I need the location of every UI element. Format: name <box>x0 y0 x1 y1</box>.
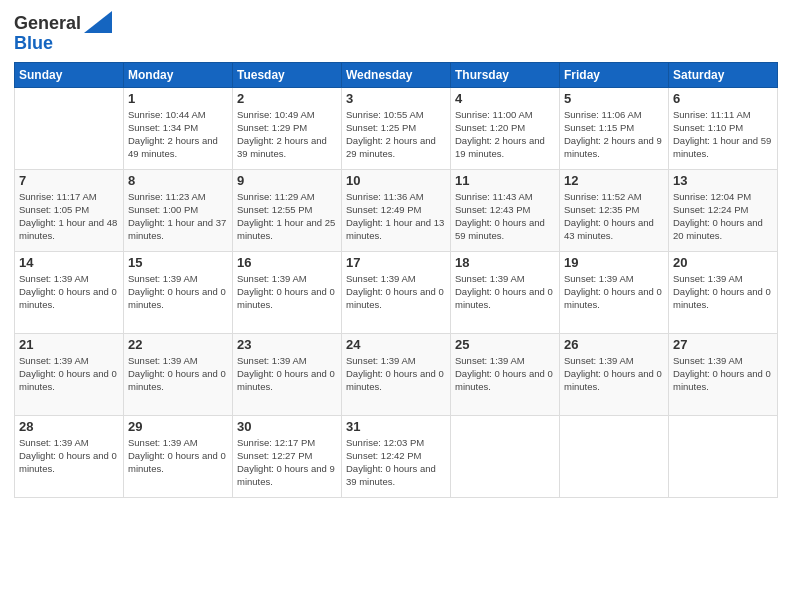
day-number: 1 <box>128 91 228 106</box>
day-number: 30 <box>237 419 337 434</box>
day-number: 9 <box>237 173 337 188</box>
calendar-cell: 9Sunrise: 11:29 AM Sunset: 12:55 PM Dayl… <box>233 169 342 251</box>
col-header-tuesday: Tuesday <box>233 62 342 87</box>
calendar-cell: 31Sunrise: 12:03 PM Sunset: 12:42 PM Day… <box>342 415 451 497</box>
day-info: Sunrise: 11:06 AM Sunset: 1:15 PM Daylig… <box>564 108 664 161</box>
day-number: 25 <box>455 337 555 352</box>
calendar-cell: 8Sunrise: 11:23 AM Sunset: 1:00 PM Dayli… <box>124 169 233 251</box>
day-info: Sunset: 1:39 AM Daylight: 0 hours and 0 … <box>237 354 337 394</box>
day-number: 10 <box>346 173 446 188</box>
day-number: 2 <box>237 91 337 106</box>
calendar-header-row: SundayMondayTuesdayWednesdayThursdayFrid… <box>15 62 778 87</box>
day-info: Sunset: 1:39 AM Daylight: 0 hours and 0 … <box>19 354 119 394</box>
day-info: Sunset: 1:39 AM Daylight: 0 hours and 0 … <box>19 436 119 476</box>
calendar-cell: 2Sunrise: 10:49 AM Sunset: 1:29 PM Dayli… <box>233 87 342 169</box>
day-info: Sunrise: 11:17 AM Sunset: 1:05 PM Daylig… <box>19 190 119 243</box>
logo-text-line2: Blue <box>14 33 53 53</box>
day-number: 12 <box>564 173 664 188</box>
calendar-cell: 22Sunset: 1:39 AM Daylight: 0 hours and … <box>124 333 233 415</box>
svg-marker-0 <box>84 11 112 33</box>
calendar-week-2: 14Sunset: 1:39 AM Daylight: 0 hours and … <box>15 251 778 333</box>
calendar-cell: 4Sunrise: 11:00 AM Sunset: 1:20 PM Dayli… <box>451 87 560 169</box>
calendar-cell: 15Sunset: 1:39 AM Daylight: 0 hours and … <box>124 251 233 333</box>
day-info: Sunrise: 11:52 AM Sunset: 12:35 PM Dayli… <box>564 190 664 243</box>
day-number: 21 <box>19 337 119 352</box>
day-number: 19 <box>564 255 664 270</box>
calendar-cell: 17Sunset: 1:39 AM Daylight: 0 hours and … <box>342 251 451 333</box>
day-info: Sunset: 1:39 AM Daylight: 0 hours and 0 … <box>564 354 664 394</box>
day-info: Sunset: 1:39 AM Daylight: 0 hours and 0 … <box>673 272 773 312</box>
col-header-thursday: Thursday <box>451 62 560 87</box>
calendar-cell: 1Sunrise: 10:44 AM Sunset: 1:34 PM Dayli… <box>124 87 233 169</box>
calendar-cell: 27Sunset: 1:39 AM Daylight: 0 hours and … <box>669 333 778 415</box>
calendar-cell: 14Sunset: 1:39 AM Daylight: 0 hours and … <box>15 251 124 333</box>
col-header-saturday: Saturday <box>669 62 778 87</box>
day-number: 14 <box>19 255 119 270</box>
day-info: Sunset: 1:39 AM Daylight: 0 hours and 0 … <box>564 272 664 312</box>
calendar-week-1: 7Sunrise: 11:17 AM Sunset: 1:05 PM Dayli… <box>15 169 778 251</box>
day-number: 24 <box>346 337 446 352</box>
day-info: Sunrise: 12:04 PM Sunset: 12:24 PM Dayli… <box>673 190 773 243</box>
calendar-cell: 24Sunset: 1:39 AM Daylight: 0 hours and … <box>342 333 451 415</box>
day-info: Sunrise: 11:43 AM Sunset: 12:43 PM Dayli… <box>455 190 555 243</box>
day-number: 8 <box>128 173 228 188</box>
day-info: Sunset: 1:39 AM Daylight: 0 hours and 0 … <box>19 272 119 312</box>
day-info: Sunrise: 11:11 AM Sunset: 1:10 PM Daylig… <box>673 108 773 161</box>
day-info: Sunset: 1:39 AM Daylight: 0 hours and 0 … <box>455 272 555 312</box>
day-info: Sunset: 1:39 AM Daylight: 0 hours and 0 … <box>346 354 446 394</box>
calendar-week-3: 21Sunset: 1:39 AM Daylight: 0 hours and … <box>15 333 778 415</box>
day-number: 29 <box>128 419 228 434</box>
day-number: 28 <box>19 419 119 434</box>
day-number: 15 <box>128 255 228 270</box>
col-header-friday: Friday <box>560 62 669 87</box>
day-info: Sunrise: 12:03 PM Sunset: 12:42 PM Dayli… <box>346 436 446 489</box>
logo-text-line1: General <box>14 14 81 34</box>
day-number: 7 <box>19 173 119 188</box>
day-number: 20 <box>673 255 773 270</box>
day-info: Sunrise: 10:55 AM Sunset: 1:25 PM Daylig… <box>346 108 446 161</box>
logo-icon <box>84 11 112 33</box>
day-info: Sunset: 1:39 AM Daylight: 0 hours and 0 … <box>128 354 228 394</box>
calendar-table: SundayMondayTuesdayWednesdayThursdayFrid… <box>14 62 778 498</box>
calendar-cell <box>15 87 124 169</box>
day-number: 4 <box>455 91 555 106</box>
day-info: Sunrise: 11:36 AM Sunset: 12:49 PM Dayli… <box>346 190 446 243</box>
day-number: 18 <box>455 255 555 270</box>
calendar-cell: 5Sunrise: 11:06 AM Sunset: 1:15 PM Dayli… <box>560 87 669 169</box>
calendar-cell: 7Sunrise: 11:17 AM Sunset: 1:05 PM Dayli… <box>15 169 124 251</box>
day-number: 27 <box>673 337 773 352</box>
calendar-cell: 28Sunset: 1:39 AM Daylight: 0 hours and … <box>15 415 124 497</box>
calendar-cell: 3Sunrise: 10:55 AM Sunset: 1:25 PM Dayli… <box>342 87 451 169</box>
calendar-cell: 19Sunset: 1:39 AM Daylight: 0 hours and … <box>560 251 669 333</box>
logo: General Blue <box>14 14 112 54</box>
calendar-week-0: 1Sunrise: 10:44 AM Sunset: 1:34 PM Dayli… <box>15 87 778 169</box>
calendar-cell: 26Sunset: 1:39 AM Daylight: 0 hours and … <box>560 333 669 415</box>
day-info: Sunrise: 11:29 AM Sunset: 12:55 PM Dayli… <box>237 190 337 243</box>
day-info: Sunrise: 12:17 PM Sunset: 12:27 PM Dayli… <box>237 436 337 489</box>
calendar-cell: 11Sunrise: 11:43 AM Sunset: 12:43 PM Day… <box>451 169 560 251</box>
header: General Blue <box>14 10 778 54</box>
day-info: Sunrise: 11:00 AM Sunset: 1:20 PM Daylig… <box>455 108 555 161</box>
day-info: Sunset: 1:39 AM Daylight: 0 hours and 0 … <box>237 272 337 312</box>
calendar-cell: 25Sunset: 1:39 AM Daylight: 0 hours and … <box>451 333 560 415</box>
day-number: 16 <box>237 255 337 270</box>
calendar-cell: 13Sunrise: 12:04 PM Sunset: 12:24 PM Day… <box>669 169 778 251</box>
day-number: 3 <box>346 91 446 106</box>
calendar-cell: 16Sunset: 1:39 AM Daylight: 0 hours and … <box>233 251 342 333</box>
day-number: 5 <box>564 91 664 106</box>
day-info: Sunset: 1:39 AM Daylight: 0 hours and 0 … <box>673 354 773 394</box>
day-info: Sunrise: 10:44 AM Sunset: 1:34 PM Daylig… <box>128 108 228 161</box>
day-info: Sunset: 1:39 AM Daylight: 0 hours and 0 … <box>128 436 228 476</box>
calendar-cell <box>560 415 669 497</box>
calendar-week-4: 28Sunset: 1:39 AM Daylight: 0 hours and … <box>15 415 778 497</box>
day-number: 22 <box>128 337 228 352</box>
day-number: 6 <box>673 91 773 106</box>
calendar-cell: 10Sunrise: 11:36 AM Sunset: 12:49 PM Day… <box>342 169 451 251</box>
calendar-cell <box>669 415 778 497</box>
day-info: Sunset: 1:39 AM Daylight: 0 hours and 0 … <box>346 272 446 312</box>
col-header-sunday: Sunday <box>15 62 124 87</box>
day-info: Sunrise: 10:49 AM Sunset: 1:29 PM Daylig… <box>237 108 337 161</box>
col-header-wednesday: Wednesday <box>342 62 451 87</box>
day-number: 23 <box>237 337 337 352</box>
day-number: 31 <box>346 419 446 434</box>
